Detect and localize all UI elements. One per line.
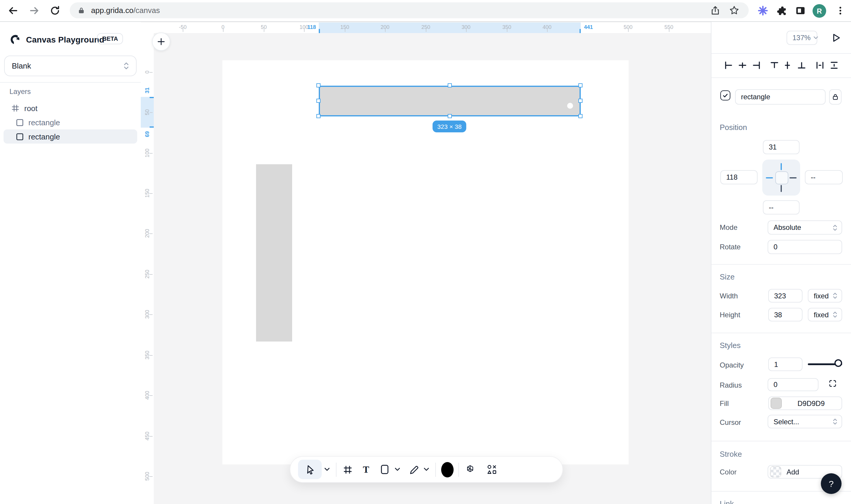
anchor-center-box — [775, 172, 788, 184]
fill-control[interactable]: D9D9D9 — [768, 396, 842, 410]
primitives-button[interactable] — [484, 460, 499, 479]
align-bottom-button[interactable] — [797, 61, 806, 70]
rectangle-shape[interactable] — [256, 164, 292, 342]
resize-handle-e[interactable] — [578, 99, 583, 103]
ruler-label: 450 — [144, 432, 150, 440]
sidebar: Canvas Playground BETA Blank Layers root… — [0, 22, 141, 504]
resize-handle-se[interactable] — [578, 114, 583, 118]
distribute-vertical-button[interactable] — [830, 61, 838, 70]
layer-item-root[interactable]: root — [0, 101, 141, 115]
pencil-icon — [409, 464, 418, 474]
corner-radius-button[interactable] — [829, 379, 837, 388]
radius-input[interactable] — [768, 378, 818, 391]
add-scene-button[interactable] — [152, 33, 170, 51]
anchor-right-tick — [789, 177, 797, 178]
align-right-button[interactable] — [752, 61, 761, 70]
share-icon[interactable] — [710, 5, 720, 15]
selected-rectangle-shape[interactable] — [319, 86, 581, 116]
panel-divider — [711, 53, 851, 54]
ai-assistant-button[interactable] — [463, 460, 478, 479]
text-tool[interactable]: T — [358, 460, 374, 479]
forward-icon[interactable] — [29, 5, 40, 16]
mode-label: Mode — [720, 223, 737, 232]
template-select-value: Blank — [12, 61, 31, 70]
pen-tool[interactable] — [406, 460, 421, 479]
height-mode-select[interactable]: fixed — [808, 308, 842, 321]
shape-tool[interactable] — [377, 460, 392, 479]
align-horizontal-center-button[interactable] — [738, 61, 747, 70]
layer-name-input[interactable] — [735, 89, 826, 105]
cursor-tool-menu[interactable] — [322, 460, 332, 479]
extension-logo-icon[interactable] — [758, 5, 768, 16]
resize-handle-w[interactable] — [316, 99, 320, 103]
ruler-label: 400 — [144, 391, 150, 400]
avatar[interactable]: R — [813, 4, 826, 18]
resize-handle-n[interactable] — [448, 83, 452, 87]
color-well[interactable] — [439, 460, 455, 479]
bookmark-star-icon[interactable] — [729, 5, 739, 15]
chevron-down-icon — [324, 467, 330, 471]
position-anchor-widget[interactable] — [762, 160, 800, 196]
square-icon — [16, 133, 24, 140]
align-vertical-center-button[interactable] — [783, 61, 792, 70]
cursor-tool[interactable] — [298, 460, 322, 479]
resize-handle-s[interactable] — [448, 114, 452, 118]
layer-item-label: rectangle — [29, 118, 60, 127]
selection-tick — [579, 29, 581, 33]
canvas-viewport[interactable]: -50 0 50 100 150 200 250 300 350 400 500… — [141, 22, 711, 504]
position-left-input[interactable] — [720, 170, 758, 184]
resize-handle-sw[interactable] — [316, 114, 320, 118]
width-mode-select[interactable]: fixed — [808, 289, 842, 303]
chevron-down-icon — [423, 467, 429, 471]
rotate-label: Rotate — [720, 243, 741, 251]
frame-tool[interactable] — [340, 460, 355, 479]
layer-item-rectangle-1[interactable]: rectangle — [0, 115, 141, 129]
help-button[interactable]: ? — [821, 473, 841, 494]
align-top-button[interactable] — [770, 61, 779, 70]
shape-tool-menu[interactable] — [392, 460, 403, 479]
height-label: Height — [720, 311, 740, 319]
pen-tool-menu[interactable] — [421, 460, 432, 479]
align-left-button[interactable] — [724, 61, 733, 70]
distribute-horizontal-button[interactable] — [816, 61, 824, 70]
zoom-select[interactable]: 137% — [786, 31, 817, 45]
ruler-label: 150 — [144, 189, 150, 198]
height-input[interactable] — [768, 308, 802, 321]
anchor-top-tick — [781, 163, 782, 170]
menu-dots-icon[interactable] — [836, 5, 845, 16]
square-icon — [16, 119, 24, 126]
opacity-slider-thumb[interactable] — [834, 359, 842, 367]
visibility-checkbox[interactable] — [720, 90, 730, 101]
cursor-icon — [305, 464, 315, 474]
lock-button[interactable] — [829, 89, 841, 105]
position-top-input[interactable] — [763, 140, 800, 154]
panel-divider — [711, 264, 851, 265]
site-lock-icon[interactable] — [77, 6, 85, 14]
back-icon[interactable] — [8, 5, 18, 16]
selection-tick — [150, 126, 154, 128]
reload-icon[interactable] — [50, 5, 60, 16]
grida-logo — [9, 34, 21, 47]
width-input[interactable] — [768, 289, 802, 303]
mode-select[interactable]: Absolute — [768, 220, 842, 235]
resize-handle-nw[interactable] — [316, 83, 320, 87]
position-right-input[interactable] — [805, 170, 843, 184]
side-panel-icon[interactable] — [795, 6, 805, 15]
fill-swatch[interactable] — [770, 398, 782, 409]
play-button[interactable] — [831, 33, 841, 43]
cursor-dot — [567, 103, 573, 109]
opacity-input[interactable] — [768, 358, 802, 371]
url-bar[interactable]: app.grida.co/canvas — [70, 2, 749, 18]
chevron-updown-icon — [124, 61, 129, 70]
resize-handle-ne[interactable] — [578, 83, 583, 87]
layer-item-rectangle-2-selected[interactable]: rectangle — [3, 129, 137, 144]
radius-label: Radius — [720, 381, 742, 389]
extensions-puzzle-icon[interactable] — [777, 5, 787, 16]
ruler-selection-start-label: 31 — [144, 87, 150, 93]
rotate-input[interactable] — [768, 240, 842, 254]
cursor-select[interactable]: Select... — [768, 415, 842, 428]
url-host: app.grida.co — [91, 6, 133, 15]
position-bottom-input[interactable] — [763, 200, 800, 215]
template-select[interactable]: Blank — [4, 56, 137, 76]
position-heading: Position — [720, 123, 747, 132]
